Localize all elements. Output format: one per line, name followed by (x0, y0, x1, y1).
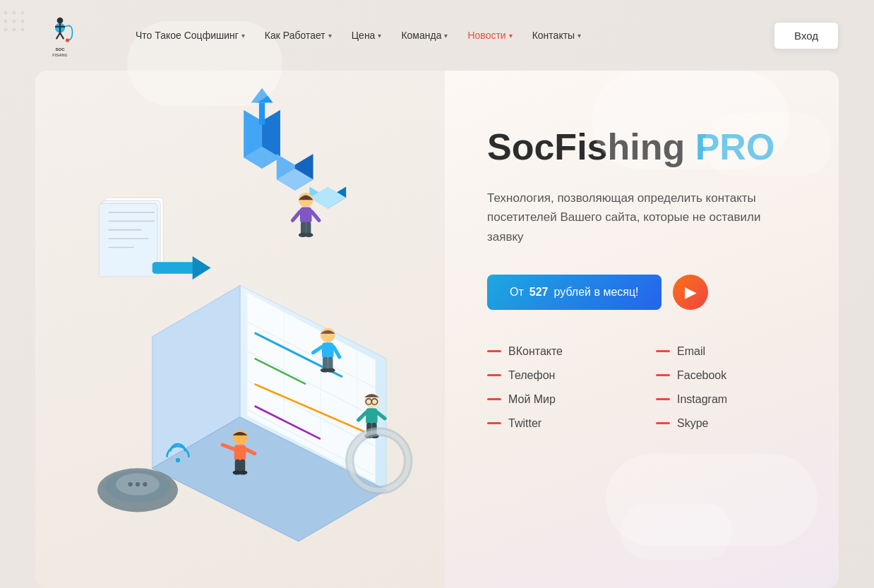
svg-marker-54 (193, 256, 211, 280)
svg-line-14 (60, 33, 64, 40)
contact-dash-icon (487, 422, 501, 424)
nav-item-how-works[interactable]: Как Работает ▾ (256, 24, 340, 47)
decorative-dots (0, 7, 28, 35)
contact-item-phone[interactable]: Телефон (487, 369, 628, 382)
contact-dash-icon (656, 398, 670, 400)
logo[interactable]: SOC FISHING (35, 11, 85, 60)
contacts-grid: ВКонтакте Email Телефон Facebook Мой Мир (487, 345, 796, 430)
cta-suffix: рублей в месяц! (553, 286, 638, 299)
svg-rect-53 (152, 262, 196, 274)
svg-point-5 (21, 20, 25, 23)
svg-point-62 (304, 233, 313, 237)
login-button[interactable]: Вход (774, 22, 839, 49)
svg-line-13 (56, 33, 60, 40)
svg-point-95 (128, 482, 133, 486)
svg-rect-83 (366, 408, 378, 424)
svg-text:FISHING: FISHING (52, 53, 67, 57)
svg-point-78 (239, 470, 247, 474)
svg-line-57 (293, 212, 300, 220)
contact-dash-icon (656, 374, 670, 376)
contact-dash-icon (487, 374, 501, 376)
svg-point-4 (13, 20, 16, 23)
svg-rect-47 (99, 203, 157, 277)
svg-point-15 (66, 38, 69, 42)
nav-item-price[interactable]: Цена ▾ (343, 24, 390, 47)
contact-dash-icon (487, 350, 501, 352)
svg-point-63 (321, 328, 335, 342)
contact-item-facebook[interactable]: Facebook (656, 369, 796, 382)
svg-text:SOC: SOC (55, 47, 65, 52)
header: SOC FISHING Что Такое Соцфишинг ▾ Как Ра… (35, 0, 839, 71)
chevron-down-icon: ▾ (509, 32, 513, 40)
nav-item-team[interactable]: Команда ▾ (393, 24, 456, 47)
chevron-down-icon: ▾ (444, 32, 448, 40)
svg-rect-56 (300, 208, 312, 224)
svg-point-3 (4, 20, 8, 23)
header-actions: Вход (774, 22, 839, 49)
svg-point-70 (326, 368, 335, 372)
chevron-down-icon: ▾ (241, 32, 245, 40)
illustration-panel (35, 71, 445, 588)
svg-point-97 (143, 482, 147, 486)
svg-rect-64 (322, 342, 334, 359)
svg-point-8 (21, 28, 25, 32)
nav-item-news[interactable]: Новости ▾ (459, 24, 520, 47)
nav-item-socfishing[interactable]: Что Такое Соцфишинг ▾ (127, 24, 253, 47)
main-nav: Что Такое Соцфишинг ▾ Как Работает ▾ Цен… (127, 24, 774, 47)
chevron-down-icon: ▾ (577, 32, 581, 40)
contact-dash-icon (487, 398, 501, 400)
svg-point-7 (13, 28, 16, 32)
contact-item-twitter[interactable]: Twitter (487, 417, 628, 430)
svg-point-0 (4, 11, 8, 15)
svg-point-1 (13, 11, 16, 15)
hero-description: Технология, позволяющая определить конта… (487, 188, 796, 246)
cta-price: 527 (529, 286, 549, 299)
svg-point-6 (4, 28, 8, 32)
contact-item-instagram[interactable]: Instagram (656, 393, 796, 406)
svg-point-2 (21, 11, 25, 15)
contact-dash-icon (656, 422, 670, 424)
svg-line-58 (312, 212, 319, 220)
nav-item-contacts[interactable]: Контакты ▾ (524, 24, 589, 47)
logo-icon: SOC FISHING (35, 11, 85, 60)
cta-prefix: От (510, 286, 524, 299)
chevron-down-icon: ▾ (378, 32, 381, 40)
play-icon: ▶ (685, 284, 695, 301)
contact-item-email[interactable]: Email (656, 345, 796, 358)
hero-illustration (35, 71, 445, 588)
cta-row: От 527 рублей в месяц! ▶ (487, 275, 796, 310)
chevron-down-icon: ▾ (328, 32, 332, 40)
contact-item-moi-mir[interactable]: Мой Мир (487, 393, 628, 406)
contact-item-skype[interactable]: Skype (656, 417, 796, 430)
svg-point-96 (136, 482, 140, 486)
svg-marker-44 (309, 187, 346, 209)
svg-point-33 (176, 458, 180, 462)
contact-item-vkontakte[interactable]: ВКонтакте (487, 345, 628, 358)
cta-arrow-button[interactable]: ▶ (673, 275, 708, 310)
cta-button[interactable]: От 527 рублей в месяц! (487, 275, 662, 310)
svg-point-10 (57, 18, 64, 24)
svg-rect-72 (234, 445, 246, 461)
contact-dash-icon (656, 350, 670, 352)
svg-rect-38 (259, 102, 265, 124)
